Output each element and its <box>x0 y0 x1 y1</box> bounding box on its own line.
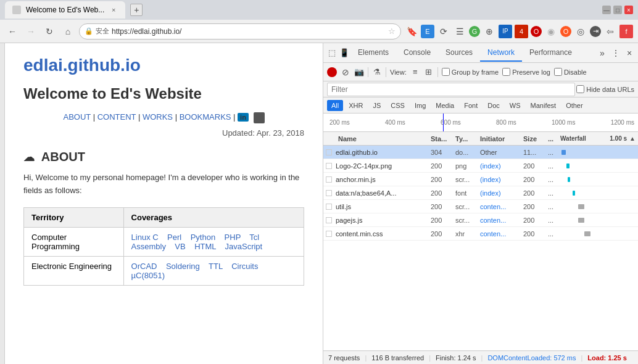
tag-html[interactable]: HTML <box>194 242 216 251</box>
ext-green[interactable]: G <box>469 26 480 37</box>
more-tabs-button[interactable]: » <box>596 47 608 59</box>
network-row-3[interactable]: anchor.min.js 200 scr... (index) 200 ... <box>323 173 638 186</box>
row-dots-6[interactable]: ... <box>548 217 560 224</box>
header-size[interactable]: Size <box>523 135 548 143</box>
devtools-close-button[interactable]: × <box>623 47 636 59</box>
group-by-frame-checkbox[interactable] <box>442 68 450 76</box>
header-initiator[interactable]: Initiator <box>480 135 523 143</box>
ext-num[interactable]: 4 <box>515 25 528 38</box>
close-button[interactable]: × <box>624 6 633 14</box>
preserve-log-label[interactable]: Preserve log <box>502 68 550 76</box>
devtools-screencast-button[interactable]: 📱 <box>338 47 350 59</box>
stop-button[interactable]: ⊘ <box>341 67 350 77</box>
tab-sources[interactable]: Sources <box>438 44 480 62</box>
tab-elements[interactable]: Elements <box>350 44 396 62</box>
tab-performance[interactable]: Performance <box>522 44 579 62</box>
tag-javascript[interactable]: JavaScript <box>225 242 263 251</box>
filter-img[interactable]: Img <box>410 100 430 111</box>
tab-network[interactable]: Network <box>480 44 522 62</box>
header-waterfall[interactable]: Waterfall 1.00 s ▲ <box>560 135 636 142</box>
preserve-log-checkbox[interactable] <box>502 68 510 76</box>
tag-tcl[interactable]: Tcl <box>249 233 259 242</box>
filter-all[interactable]: All <box>327 100 343 111</box>
row-dots-4[interactable]: ... <box>548 189 560 197</box>
filter-icon-btn[interactable]: ⚗ <box>372 67 382 77</box>
filter-ws[interactable]: WS <box>505 100 525 111</box>
home-button[interactable]: ⌂ <box>60 24 75 39</box>
bookmark-button[interactable]: 🔖 <box>405 25 418 38</box>
nav-content-link[interactable]: CONTENT <box>97 112 136 122</box>
network-row-2[interactable]: Logo-2C-14px.png 200 png (index) 200 ... <box>323 159 638 173</box>
tag-python[interactable]: Python <box>191 233 215 242</box>
tag-soldering[interactable]: Soldering <box>166 262 200 271</box>
address-bar[interactable]: 🔒 安全 ☆ <box>79 23 401 39</box>
new-tab-button[interactable]: + <box>130 4 143 16</box>
network-row-1[interactable]: edlai.github.io 304 do... Other 11... ..… <box>323 146 638 159</box>
ext-icon-7[interactable]: ◉ <box>544 25 558 38</box>
row-dots-1[interactable]: ... <box>548 149 560 156</box>
group-by-frame-label[interactable]: Group by frame <box>442 68 499 76</box>
waterfall-sort[interactable]: ▲ <box>629 135 636 142</box>
filter-xhr[interactable]: XHR <box>344 100 367 111</box>
record-button[interactable] <box>327 67 337 77</box>
ext-icon-9[interactable]: ◎ <box>574 25 587 38</box>
nav-about-link[interactable]: ABOUT <box>64 112 91 122</box>
ext-icon-10[interactable]: ⇥ <box>590 26 601 37</box>
devtools-settings-button[interactable]: ⋮ <box>610 47 622 59</box>
filter-media[interactable]: Media <box>431 100 458 111</box>
filter-js[interactable]: JS <box>368 100 385 111</box>
network-row-7[interactable]: content.min.css 200 xhr conten... 200 ..… <box>323 227 638 241</box>
tag-ttl[interactable]: TTL <box>209 262 223 271</box>
header-type[interactable]: Ty... <box>455 135 480 143</box>
ext-icon-2[interactable]: ⟳ <box>437 25 450 38</box>
tag-orcad[interactable]: OrCAD <box>131 262 157 271</box>
header-name[interactable]: Name <box>326 135 431 143</box>
ext-icon-1[interactable]: E <box>421 25 434 38</box>
ext-icon-8[interactable]: O <box>560 26 571 37</box>
ext-icon-3[interactable]: ☰ <box>453 25 466 38</box>
tag-vb[interactable]: VB <box>175 242 185 251</box>
url-input[interactable] <box>112 27 386 36</box>
devtools-inspect-button[interactable]: ⬚ <box>326 47 338 59</box>
view-list-button[interactable]: ≡ <box>410 67 420 77</box>
tag-circuits[interactable]: Circuits <box>231 262 258 271</box>
tag-php[interactable]: PHP <box>225 233 241 242</box>
disable-label[interactable]: Disable <box>554 68 587 76</box>
tag-assembly[interactable]: Assembly <box>131 242 166 251</box>
filter-other[interactable]: Other <box>561 100 587 111</box>
filter-doc[interactable]: Doc <box>483 100 504 111</box>
hide-data-urls-label[interactable]: Hide data URLs <box>576 85 634 93</box>
view-large-button[interactable]: ⊞ <box>424 67 434 77</box>
camera-button[interactable]: 📷 <box>354 67 364 77</box>
ext-icon-11[interactable]: ⇦ <box>603 25 617 38</box>
browser-tab[interactable]: Welcome to Ed's Web... × <box>5 1 125 19</box>
header-status[interactable]: Sta... <box>431 135 455 143</box>
row-dots-3[interactable]: ... <box>548 176 560 183</box>
network-row-4[interactable]: data:n/a;base64,A... 200 font (index) 20… <box>323 186 638 200</box>
star-icon[interactable]: ☆ <box>388 27 396 36</box>
network-row-6[interactable]: pagejs.js 200 scr... conten... 200 ... <box>323 213 638 227</box>
tag-linux[interactable]: Linux C <box>131 233 159 242</box>
network-row-5[interactable]: util.js 200 scr... conten... 200 ... <box>323 200 638 213</box>
disable-checkbox[interactable] <box>554 68 562 76</box>
refresh-button[interactable]: ↻ <box>42 24 57 39</box>
maximize-button[interactable]: □ <box>613 6 622 14</box>
filter-font[interactable]: Font <box>460 100 482 111</box>
row-dots-2[interactable]: ... <box>548 162 560 170</box>
tab-close-button[interactable]: × <box>109 6 118 14</box>
nav-works-link[interactable]: WORKS <box>143 112 173 122</box>
ext-ip[interactable]: IP <box>499 25 512 38</box>
calendar-widget[interactable] <box>254 112 265 123</box>
row-dots-7[interactable]: ... <box>548 230 560 238</box>
forward-button[interactable]: → <box>23 24 38 39</box>
nav-bookmarks-link[interactable]: BOOKMARKS <box>180 112 231 122</box>
ext-icon-5[interactable]: ⊕ <box>483 25 496 38</box>
back-button[interactable]: ← <box>5 24 20 39</box>
ext-icon-opera[interactable]: O <box>531 26 542 37</box>
filter-css[interactable]: CSS <box>386 100 409 111</box>
row-dots-5[interactable]: ... <box>548 203 560 210</box>
hide-data-urls-checkbox[interactable] <box>576 85 584 93</box>
tab-console[interactable]: Console <box>396 44 438 62</box>
tag-perl[interactable]: Perl <box>167 233 181 242</box>
filter-manifest[interactable]: Manifest <box>526 100 561 111</box>
